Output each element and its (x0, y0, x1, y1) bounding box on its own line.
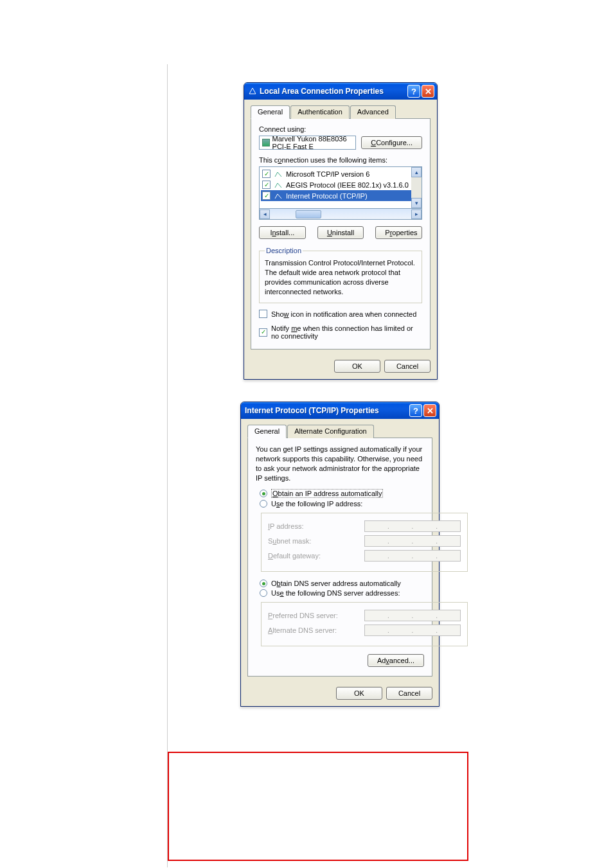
description-group: Description Transmission Control Protoco… (259, 247, 422, 303)
uninstall-button[interactable]: Uninstall (317, 226, 364, 239)
vertical-scrollbar[interactable]: ▴ ▾ (411, 167, 422, 208)
scroll-thumb[interactable] (296, 210, 321, 218)
dialog-buttons: OK Cancel (241, 682, 439, 706)
properties-button[interactable]: Properties (375, 226, 422, 239)
pref-dns-row: Preferred DNS server: ... (268, 610, 461, 621)
radio-ip-auto[interactable]: Obtain an IP address automatically (260, 489, 424, 498)
dns-fields-group: Preferred DNS server: ... Alternate DNS … (261, 602, 468, 646)
tab-strip: General Authentication Advanced (251, 105, 431, 119)
item-label: Microsoft TCP/IP version 6 (286, 170, 369, 178)
checkbox-icon[interactable] (262, 170, 271, 178)
ip-radio-group: Obtain an IP address automatically Use t… (260, 489, 424, 508)
tab-area: General Alternate Configuration You can … (241, 419, 439, 682)
protocol-icon (273, 170, 283, 178)
network-icon (248, 87, 257, 96)
intro-text: You can get IP settings assigned automat… (256, 445, 424, 483)
items-label: This connection uses the following items… (259, 156, 422, 164)
checkbox-icon[interactable] (262, 181, 271, 189)
configure-button[interactable]: CConfigure...Configure... (361, 136, 422, 149)
items-list[interactable]: Microsoft TCP/IP version 6 AEGIS Protoco… (259, 166, 422, 209)
radio-label: Obtain an IP address automatically (271, 489, 383, 498)
tab-advanced[interactable]: Advanced (350, 105, 396, 119)
window-title: Local Area Connection Properties (248, 87, 406, 96)
notify-row[interactable]: Notify me when this connection has limit… (259, 324, 422, 340)
pref-dns-label: Preferred DNS server: (268, 612, 364, 619)
dialog-buttons: OK Cancel (244, 355, 437, 379)
protocol-icon (273, 181, 283, 189)
nic-icon (262, 139, 270, 146)
checkbox-icon[interactable] (259, 328, 267, 337)
titlebar[interactable]: Internet Protocol (TCP/IP) Properties ? … (241, 402, 439, 419)
titlebar[interactable]: Local Area Connection Properties ? ✕ (244, 83, 437, 100)
window-title-text: Internet Protocol (TCP/IP) Properties (245, 406, 379, 415)
ip-address-label: IP address: (268, 522, 364, 530)
advanced-button[interactable]: Advanced... (368, 654, 424, 667)
help-button[interactable]: ? (409, 404, 422, 417)
ip-address-row: IP address: ... (268, 520, 461, 532)
radio-label: Use the following IP address: (271, 500, 362, 508)
adapter-row: Marvell Yukon 88E8036 PCI-E Fast E CConf… (259, 136, 422, 150)
scroll-left-icon[interactable]: ◂ (260, 209, 270, 219)
install-button[interactable]: Install... (259, 226, 306, 239)
subnet-row: Subnet mask: ... (268, 535, 461, 547)
radio-icon[interactable] (260, 500, 267, 508)
tab-alternate-config[interactable]: Alternate Configuration (287, 425, 374, 438)
help-button[interactable]: ? (407, 85, 420, 98)
alt-dns-row: Alternate DNS server: ... (268, 624, 461, 636)
tab-general[interactable]: General (251, 105, 290, 119)
radio-dns-auto[interactable]: Obtain DNS server address automatically (260, 580, 424, 587)
ip-fields-group: IP address: ... Subnet mask: ... Default… (261, 513, 468, 572)
scroll-down-icon[interactable]: ▾ (411, 198, 422, 208)
connect-using-label: Connect using: (259, 125, 422, 133)
checkbox-icon[interactable] (262, 191, 271, 200)
adapter-field[interactable]: Marvell Yukon 88E8036 PCI-E Fast E (259, 136, 356, 150)
page-column: Local Area Connection Properties ? ✕ Gen… (167, 64, 482, 867)
tab-general[interactable]: General (247, 425, 287, 438)
tab-body-general: Connect using: Marvell Yukon 88E8036 PCI… (251, 119, 431, 350)
close-button[interactable]: ✕ (423, 404, 436, 417)
tab-authentication[interactable]: Authentication (290, 105, 350, 119)
radio-label: Obtain DNS server address automatically (271, 580, 401, 587)
protocol-icon (273, 192, 283, 200)
tab-strip: General Alternate Configuration (247, 424, 432, 438)
ok-button[interactable]: OK (334, 360, 380, 373)
tab-area: General Authentication Advanced Connect … (244, 100, 437, 355)
ip-address-input: ... (364, 520, 461, 532)
close-button[interactable]: ✕ (422, 85, 434, 98)
gateway-label: Default gateway: (268, 552, 364, 560)
radio-ip-manual[interactable]: Use the following IP address: (260, 500, 424, 508)
description-heading: Description (265, 247, 303, 254)
highlight-box (168, 752, 468, 861)
lan-properties-window: Local Area Connection Properties ? ✕ Gen… (244, 82, 438, 380)
radio-dns-manual[interactable]: Use the following DNS server addresses: (260, 589, 424, 597)
item-buttons-row: Install... Uninstall Properties (259, 226, 422, 239)
window-title-text: Local Area Connection Properties (260, 87, 384, 96)
adapter-name: Marvell Yukon 88E8036 PCI-E Fast E (272, 135, 353, 150)
scroll-right-icon[interactable]: ▸ (411, 209, 422, 219)
subnet-label: Subnet mask: (268, 537, 364, 545)
list-item-selected[interactable]: Internet Protocol (TCP/IP) (261, 190, 420, 201)
horizontal-scrollbar[interactable]: ◂ ▸ (259, 209, 422, 220)
list-item[interactable]: AEGIS Protocol (IEEE 802.1x) v3.1.6.0 (261, 179, 420, 190)
item-label: AEGIS Protocol (IEEE 802.1x) v3.1.6.0 (286, 181, 409, 189)
radio-icon[interactable] (260, 490, 267, 497)
list-item[interactable]: Microsoft TCP/IP version 6 (261, 168, 420, 179)
ok-button[interactable]: OK (336, 687, 382, 700)
radio-icon[interactable] (260, 589, 267, 597)
item-label: Internet Protocol (TCP/IP) (286, 192, 368, 200)
show-icon-row[interactable]: Show icon in notification area when conn… (259, 310, 422, 318)
checkbox-icon[interactable] (259, 310, 267, 318)
radio-icon[interactable] (260, 580, 267, 587)
scroll-up-icon[interactable]: ▴ (411, 167, 422, 177)
cancel-button[interactable]: Cancel (384, 360, 431, 373)
description-text: Transmission Control Protocol/Internet P… (265, 258, 416, 296)
subnet-input: ... (364, 535, 461, 547)
gateway-input: ... (364, 550, 461, 562)
tab-body-general: You can get IP settings assigned automat… (247, 438, 432, 677)
tcpip-properties-window: Internet Protocol (TCP/IP) Properties ? … (240, 402, 440, 707)
cancel-button[interactable]: Cancel (386, 687, 432, 700)
radio-label: Use the following DNS server addresses: (271, 589, 400, 597)
alt-dns-input: ... (364, 624, 461, 636)
dns-radio-group: Obtain DNS server address automatically … (260, 580, 424, 597)
show-icon-label: Show icon in notification area when conn… (271, 310, 416, 318)
